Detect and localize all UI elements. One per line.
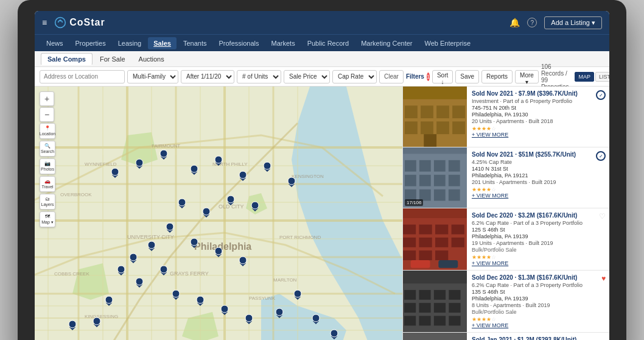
nav-item-news[interactable]: News — [41, 37, 69, 49]
cap-rate-select[interactable]: Cap Rate — [332, 70, 377, 83]
more-button[interactable]: More ▾ — [515, 70, 539, 83]
listing-city-2: Philadelphia, PA 19121 — [472, 172, 604, 179]
svg-point-51 — [178, 199, 186, 206]
reports-button[interactable]: Reports — [481, 70, 513, 83]
listing-more-4[interactable]: + VIEW MORE — [472, 322, 604, 328]
nav-item-leasing[interactable]: Leasing — [113, 37, 147, 49]
map-type-icon: 🗺 — [45, 214, 50, 220]
nav-item-public-record[interactable]: Public Record — [302, 37, 354, 49]
layers-button[interactable]: 🗂 Layers — [40, 194, 55, 210]
listing-details-3: 19 Units · Apartments · Built 2019 — [472, 240, 604, 246]
listing-check-2[interactable]: ✓ — [596, 151, 606, 161]
svg-rect-78 — [405, 121, 418, 134]
listing-more-2[interactable]: + VIEW MORE — [472, 193, 604, 199]
svg-point-60 — [160, 266, 167, 273]
listing-stars-1: ★★★★☆ — [472, 126, 604, 132]
view-map-button[interactable]: MAP — [575, 72, 594, 82]
clear-button[interactable]: Clear — [379, 70, 404, 83]
nav-item-sales[interactable]: Sales — [148, 37, 177, 49]
location-icon: 📍 — [44, 126, 51, 132]
listing-address-3: 125 S 46th St — [472, 227, 604, 233]
units-select[interactable]: # of Units — [237, 70, 281, 83]
svg-point-47 — [288, 177, 295, 185]
svg-text:Philadelphia: Philadelphia — [194, 241, 251, 252]
svg-rect-88 — [449, 160, 460, 172]
address-input[interactable] — [40, 70, 125, 83]
svg-text:GRAYS FERRY: GRAYS FERRY — [170, 271, 209, 277]
svg-rect-100 — [419, 225, 432, 235]
sort-button[interactable]: Sort ↓ — [432, 70, 453, 83]
photos-label: Photos — [41, 167, 54, 172]
listing-tag-4: Bulk/Portfolio Sale — [472, 309, 604, 315]
svg-rect-116 — [434, 290, 446, 300]
nav-item-web-enterprise[interactable]: Web Enterprise — [419, 37, 477, 49]
listing-more-1[interactable]: + VIEW MORE — [472, 132, 604, 138]
filters-label[interactable]: Filters — [406, 73, 424, 80]
property-type-select[interactable]: Multi-Family — [127, 70, 178, 83]
listing-more-3[interactable]: + VIEW MORE — [472, 260, 604, 266]
listing-city-1: Philadelphia, PA 19130 — [472, 112, 604, 118]
svg-rect-104 — [419, 238, 432, 247]
svg-rect-106 — [452, 238, 464, 247]
sale-price-select[interactable]: Sale Price — [284, 70, 330, 83]
listing-details-4: 8 Units · Apartments · Built 2019 — [472, 302, 604, 308]
date-select[interactable]: After 1/11/20 — [181, 70, 234, 83]
map-background: Philadelphia OLD CITY UNIVERSITY CITY GR… — [35, 87, 402, 340]
listing-heart-4[interactable]: ♥ — [601, 274, 606, 283]
listing-check-1[interactable]: ✓ — [596, 90, 606, 100]
svg-rect-75 — [421, 105, 433, 118]
svg-rect-101 — [435, 225, 448, 235]
travel-button[interactable]: 🚗 Travel — [40, 176, 55, 192]
nav-item-tenants[interactable]: Tenants — [178, 37, 212, 49]
svg-rect-111 — [438, 260, 458, 268]
nav-item-markets[interactable]: Markets — [266, 37, 301, 49]
nav-item-marketing[interactable]: Marketing Center — [355, 37, 418, 49]
listing-title-2: Sold Nov 2021 · $51M ($255.7K/Unit) — [472, 151, 604, 158]
location-button[interactable]: 📍 Location — [40, 123, 55, 139]
listing-details-2: 201 Units · Apartments · Built 2019 — [472, 179, 604, 185]
view-list-button[interactable]: LIST — [595, 72, 609, 82]
svg-point-41 — [136, 159, 143, 166]
svg-point-63 — [221, 305, 228, 313]
menu-icon[interactable]: ≡ — [42, 18, 47, 27]
svg-point-50 — [203, 208, 210, 215]
save-button[interactable]: Save — [455, 70, 479, 83]
nav-item-professionals[interactable]: Professionals — [213, 37, 264, 49]
listing-card-5: Sold Jan 2021 · $1.2M ($293.8K/Unit) Inv… — [403, 333, 609, 340]
zoom-in-button[interactable]: + — [40, 91, 54, 106]
map-type-button[interactable]: 🗺 Map ▾ — [40, 211, 55, 227]
filters-row: Multi-Family After 1/11/20 # of Units Sa… — [35, 67, 609, 87]
photos-button[interactable]: 📷 Photos — [40, 158, 55, 174]
svg-point-1 — [60, 19, 61, 21]
help-icon[interactable]: ? — [527, 18, 537, 27]
listing-image-5 — [403, 333, 467, 340]
svg-point-55 — [239, 257, 247, 264]
subnav-item-auctions[interactable]: Auctions — [133, 54, 170, 65]
add-listing-button[interactable]: Add a Listing ▾ — [544, 16, 602, 29]
svg-point-53 — [191, 238, 198, 246]
layers-label: Layers — [41, 202, 54, 207]
app-title: CoStar — [69, 17, 105, 28]
svg-text:FAIRMOUNT: FAIRMOUNT — [152, 143, 180, 149]
svg-rect-103 — [403, 238, 416, 247]
listing-image-3 — [403, 208, 467, 270]
subnav-item-for-sale[interactable]: For Sale — [94, 54, 131, 65]
nav-item-properties[interactable]: Properties — [70, 37, 111, 49]
photos-icon: 📷 — [44, 161, 51, 167]
svg-rect-91 — [434, 175, 446, 186]
listing-heart-3[interactable]: ♡ — [599, 212, 606, 221]
svg-rect-74 — [405, 105, 418, 118]
search-button[interactable]: 🔍 Search — [40, 141, 55, 157]
svg-point-0 — [55, 18, 66, 28]
subnav-item-sale-comps[interactable]: Sale Comps — [41, 53, 93, 65]
listing-sub-1: Investment · Part of a 6 Property Portfo… — [472, 98, 604, 104]
zoom-out-button[interactable]: − — [40, 107, 54, 122]
search-icon: 🔍 — [44, 143, 51, 149]
location-label: Location — [40, 132, 55, 136]
svg-text:PASSYUNK: PASSYUNK — [249, 296, 276, 301]
svg-point-62 — [197, 296, 204, 303]
bell-icon[interactable]: 🔔 — [509, 18, 520, 27]
listing-city-4: Philadelphia, PA 19139 — [472, 296, 604, 302]
map-area[interactable]: Philadelphia OLD CITY UNIVERSITY CITY GR… — [35, 87, 402, 340]
svg-text:MARLTON: MARLTON — [273, 277, 297, 283]
